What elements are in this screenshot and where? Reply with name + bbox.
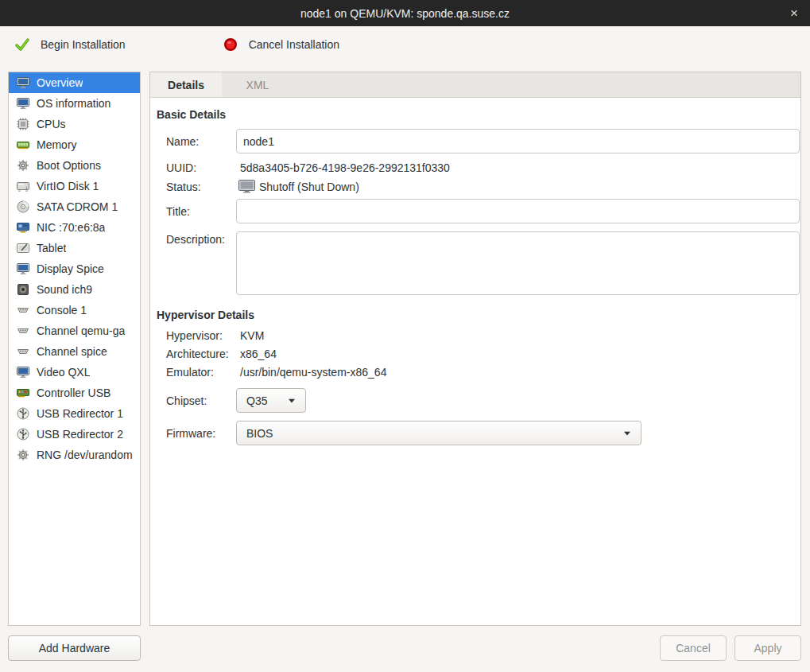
sidebar-item-label: USB Redirector 1 (37, 407, 123, 420)
sidebar-item-sound-ich9[interactable]: Sound ich9 (9, 279, 140, 300)
firmware-row: Firmware: BIOS (157, 421, 800, 445)
cdrom-icon (17, 200, 29, 213)
tab-bar: Details XML (150, 72, 800, 98)
cancel-button[interactable]: Cancel (660, 635, 727, 661)
sidebar-item-boot-options[interactable]: Boot Options (9, 155, 140, 176)
description-textarea[interactable] (236, 231, 800, 295)
firmware-dropdown[interactable]: BIOS (236, 421, 641, 445)
sidebar-item-label: OS information (37, 97, 110, 110)
sidebar-item-channel-qemu-ga[interactable]: Channel qemu-ga (9, 320, 140, 341)
sidebar-item-usb-redirector-2[interactable]: USB Redirector 2 (9, 424, 140, 445)
hypervisor-value: KVM (236, 329, 800, 342)
begin-installation-button[interactable]: Begin Installation (6, 31, 134, 58)
tablet-icon (17, 242, 29, 254)
sidebar-item-cpus[interactable]: CPUs (9, 114, 140, 134)
uuid-value: 5d8a3405-b726-4198-9e26-2992131f0330 (236, 161, 800, 174)
add-hardware-button[interactable]: Add Hardware (8, 635, 141, 661)
sidebar-item-nic-70-e6-8a[interactable]: NIC :70:e6:8a (9, 217, 140, 238)
sidebar-item-label: Channel spice (37, 345, 107, 358)
monitor-icon (17, 97, 29, 110)
sidebar-item-channel-spice[interactable]: Channel spice (9, 341, 140, 362)
sidebar-item-rng-dev-urandom[interactable]: RNG /dev/urandom (9, 445, 140, 465)
tab-details[interactable]: Details (150, 72, 222, 97)
sidebar-item-console-1[interactable]: Console 1 (9, 300, 140, 320)
sidebar-item-label: Controller USB (37, 386, 110, 399)
begin-installation-label: Begin Installation (41, 38, 126, 51)
sidebar-item-controller-usb[interactable]: Controller USB (9, 383, 140, 403)
sidebar-item-label: Overview (37, 76, 83, 89)
monitor-icon (17, 262, 29, 275)
status-row: Status: Shutoff (Shut Down) (157, 180, 800, 193)
sidebar-item-usb-redirector-1[interactable]: USB Redirector 1 (9, 403, 140, 424)
emulator-value: /usr/bin/qemu-system-x86_64 (236, 366, 800, 379)
notebook: Details XML Basic Details Name: UUID: 5d… (149, 72, 801, 626)
title-row: Title: (157, 199, 800, 223)
tab-xml-label: XML (246, 79, 269, 91)
nic-icon (17, 221, 29, 234)
name-input[interactable] (236, 129, 800, 153)
serial-port-icon (17, 304, 29, 317)
monitor-icon (238, 180, 255, 193)
name-row: Name: (157, 129, 800, 153)
sidebar-item-overview[interactable]: Overview (9, 72, 140, 93)
gear-icon (17, 449, 29, 461)
speaker-icon (17, 283, 29, 296)
hypervisor-row: Hypervisor: KVM (157, 329, 800, 342)
cpu-icon (17, 118, 29, 130)
sidebar-item-sata-cdrom-1[interactable]: SATA CDROM 1 (9, 196, 140, 217)
toolbar: Begin Installation Cancel Installation (0, 26, 810, 62)
emulator-row: Emulator: /usr/bin/qemu-system-x86_64 (157, 366, 800, 379)
titlebar: node1 on QEMU/KVM: sponde.qa.suse.cz × (0, 0, 810, 26)
sidebar-item-label: Video QXL (37, 366, 90, 379)
sidebar-item-virtio-disk-1[interactable]: VirtIO Disk 1 (9, 176, 140, 196)
details-content: Basic Details Name: UUID: 5d8a3405-b726-… (150, 98, 800, 625)
title-input[interactable] (236, 199, 800, 223)
sidebar-item-label: Console 1 (37, 304, 87, 317)
sidebar-item-video-qxl[interactable]: Video QXL (9, 362, 140, 383)
tab-details-label: Details (168, 79, 204, 91)
sidebar-item-display-spice[interactable]: Display Spice (9, 258, 140, 279)
cancel-installation-label: Cancel Installation (249, 38, 339, 51)
firmware-label: Firmware: (157, 427, 236, 440)
sidebar-item-os-information[interactable]: OS information (9, 93, 140, 114)
virt-manager-window: node1 on QEMU/KVM: sponde.qa.suse.cz × B… (0, 0, 810, 672)
footer: Cancel Apply (149, 635, 801, 661)
serial-port-icon (17, 324, 29, 337)
details-panel: Details XML Basic Details Name: UUID: 5d… (149, 72, 801, 661)
sidebar-item-label: USB Redirector 2 (37, 428, 123, 441)
sidebar: OverviewOS informationCPUsMemoryBoot Opt… (8, 72, 141, 661)
monitor-icon (17, 366, 29, 379)
chipset-dropdown[interactable]: Q35 (236, 388, 306, 413)
monitor-icon (17, 76, 29, 89)
usb-icon (17, 407, 29, 420)
stop-icon (223, 37, 238, 52)
basic-details-heading: Basic Details (157, 108, 800, 121)
sidebar-item-label: Boot Options (37, 159, 101, 172)
window-title: node1 on QEMU/KVM: sponde.qa.suse.cz (300, 7, 510, 20)
sidebar-item-label: VirtIO Disk 1 (37, 180, 99, 192)
firmware-value: BIOS (246, 427, 273, 440)
status-label: Status: (157, 181, 236, 193)
sidebar-item-memory[interactable]: Memory (9, 134, 140, 155)
check-icon (14, 37, 30, 52)
close-icon[interactable]: × (783, 0, 805, 26)
gear-icon (17, 159, 29, 172)
main-area: OverviewOS informationCPUsMemoryBoot Opt… (0, 62, 810, 672)
sidebar-item-tablet[interactable]: Tablet (9, 238, 140, 258)
sidebar-item-label: Sound ich9 (37, 283, 92, 296)
tab-xml[interactable]: XML (222, 72, 293, 97)
chipset-label: Chipset: (157, 394, 236, 407)
cancel-installation-button[interactable]: Cancel Installation (215, 31, 347, 58)
architecture-label: Architecture: (157, 348, 236, 360)
memory-icon (17, 138, 29, 151)
disk-icon (17, 180, 29, 192)
chipset-row: Chipset: Q35 (157, 388, 800, 413)
status-text: Shutoff (Shut Down) (259, 181, 359, 193)
title-label: Title: (157, 205, 236, 218)
apply-button[interactable]: Apply (734, 635, 801, 661)
status-value: Shutoff (Shut Down) (236, 180, 800, 193)
sidebar-item-label: Channel qemu-ga (37, 324, 125, 337)
sidebar-item-label: Memory (37, 138, 77, 151)
description-label: Description: (157, 231, 236, 246)
sidebar-item-label: CPUs (37, 118, 66, 130)
